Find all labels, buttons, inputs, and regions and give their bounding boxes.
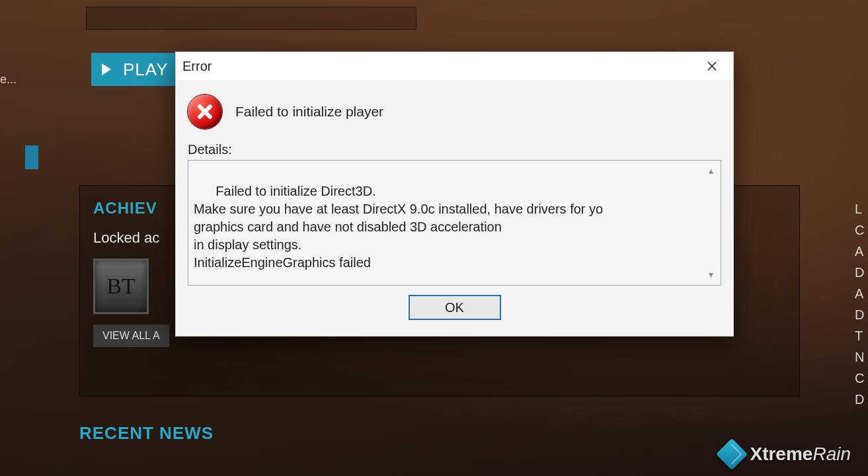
- watermark-text: XtremeRain: [750, 444, 851, 465]
- play-icon: [102, 63, 111, 75]
- ok-button[interactable]: OK: [409, 295, 501, 320]
- close-button[interactable]: [700, 56, 724, 77]
- watermark-icon: [716, 438, 748, 470]
- left-text-fragment: e...: [0, 73, 17, 87]
- close-icon: [707, 61, 717, 71]
- error-icon: [188, 95, 222, 129]
- view-all-achievements-button[interactable]: VIEW ALL A: [93, 325, 169, 347]
- right-text-fragment: L C A D A D T N C D: [852, 198, 868, 410]
- watermark: XtremeRain: [721, 443, 851, 465]
- dialog-body: Failed to initialize player Details: Fai…: [176, 80, 733, 336]
- side-accent: [25, 145, 38, 169]
- play-label: PLAY: [123, 60, 169, 80]
- dialog-message: Failed to initialize player: [235, 104, 383, 120]
- error-dialog: Error Failed to initialize player Detail…: [175, 52, 734, 337]
- dialog-button-row: OK: [188, 286, 721, 324]
- details-text: Failed to initialize Direct3D. Make sure…: [194, 184, 603, 270]
- details-textbox[interactable]: Failed to initialize Direct3D. Make sure…: [188, 160, 721, 286]
- top-panel-outline: [86, 7, 416, 30]
- recent-news-heading: RECENT NEWS: [79, 423, 214, 444]
- dialog-message-row: Failed to initialize player: [188, 95, 721, 129]
- achievement-tile-bt[interactable]: BT: [93, 258, 149, 314]
- dialog-titlebar: Error: [176, 52, 733, 80]
- scroll-down-icon[interactable]: ▾: [709, 268, 718, 281]
- details-label: Details:: [188, 142, 721, 157]
- dialog-title: Error: [182, 59, 212, 74]
- scroll-up-icon[interactable]: ▴: [709, 165, 718, 177]
